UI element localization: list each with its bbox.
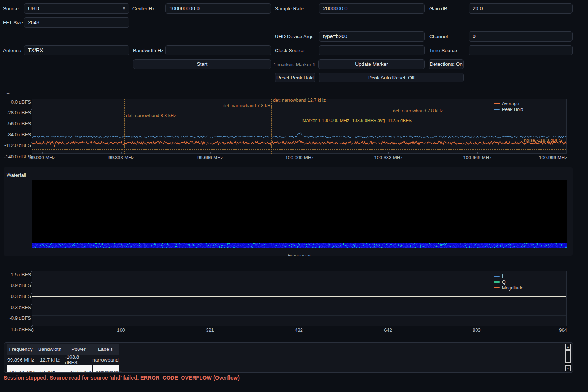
average-trace <box>32 140 567 147</box>
spectrum-x-tickmark <box>553 152 553 154</box>
iq-y-tick: 0.9 dBFS <box>0 283 31 288</box>
iq-x-tick: 964 <box>559 327 567 333</box>
iq-x-tickmark <box>388 325 388 326</box>
marker-line[interactable] <box>300 99 300 154</box>
legend-swatch-magnitude <box>494 287 500 288</box>
iq-x-tickmark <box>32 325 33 326</box>
table-cell[interactable]: 12.7 kHz <box>35 355 65 365</box>
table-header-bandwidth: Bandwidth <box>35 344 65 355</box>
spectrum-y-tick: -140.0 dBFS <box>0 154 31 160</box>
detections-toggle-button[interactable]: Detections: On <box>429 59 464 69</box>
spectrum-x-tick: 99.333 MHz <box>108 155 134 160</box>
antenna-input[interactable] <box>24 45 129 55</box>
spectrum-y-tickmark <box>31 99 32 99</box>
uhd-device-args-label: UHD Device Args <box>275 34 313 40</box>
iq-y-tick: -1.5 dBFS <box>0 327 31 332</box>
table-partial-cell-text: narrowband <box>96 370 122 373</box>
update-marker-button[interactable]: Update Marker <box>318 59 425 69</box>
table-cell[interactable]: -103.8 dBFS <box>65 355 92 365</box>
iq-plot[interactable]: IQMagnitude <box>32 271 567 326</box>
legend-swatch-i <box>494 276 500 277</box>
spectrum-x-tickmark <box>388 152 389 154</box>
iq-y-tickmark <box>31 282 32 283</box>
iq-x-tickmark <box>477 325 477 326</box>
spectrum-x-tickmark <box>42 152 43 154</box>
spectrum-gridline <box>32 132 566 132</box>
iq-y-tick: 1.5 dBFS <box>0 272 31 278</box>
iq-x-tickmark <box>563 325 563 326</box>
spectrum-gridline <box>32 110 566 110</box>
spectrum-y-tickmark <box>31 154 32 154</box>
clock-source-input[interactable] <box>319 45 425 55</box>
legend-label-i: I <box>502 273 503 279</box>
spectrum-x-tickmark <box>300 152 300 154</box>
waterfall-title: Waterfall <box>7 172 26 178</box>
detection-label: det: narrowband 12.7 kHz <box>273 98 326 103</box>
gain-db-label: Gain dB <box>429 6 447 12</box>
channel-input[interactable] <box>469 31 573 42</box>
iq-x-tick: 0 <box>31 327 33 333</box>
legend-swatch-average <box>494 103 500 104</box>
table-scroll-down-button[interactable]: ▼ <box>565 365 571 371</box>
spectrum-y-tickmark <box>31 142 32 143</box>
chevron-down-icon: ▼ <box>122 6 126 10</box>
spectrum-collapse-toggle[interactable]: – <box>7 90 9 96</box>
start-button[interactable]: Start <box>133 59 271 69</box>
legend-swatch-q <box>494 281 500 283</box>
gain-db-input[interactable] <box>469 3 573 14</box>
spectrum-gridline <box>32 121 566 121</box>
iq-collapse-toggle[interactable]: – <box>7 263 9 269</box>
center-hz-input[interactable] <box>165 3 271 14</box>
spectrum-x-tick: 100.000 MHz <box>285 155 313 160</box>
sdr-app: Source UHD ▼ Center Hz Sample Rate Gain … <box>0 0 588 392</box>
source-select[interactable]: UHD ▼ <box>24 3 129 14</box>
spectrum-x-tick: 100.666 MHz <box>463 155 491 160</box>
table-header-power: Power <box>65 344 92 355</box>
iq-y-tickmark <box>31 315 32 315</box>
iq-y-tickmark <box>31 271 32 272</box>
peak-auto-reset-button[interactable]: Peak Auto Reset: Off <box>319 73 464 82</box>
spectrum-plot[interactable]: noise -118.3 dBFS Marker 1 100.000 MHz -… <box>32 99 567 154</box>
legend-label-peak-hold: Peak Hold <box>502 107 523 112</box>
spectrum-x-tick: 99.000 MHz <box>29 155 55 160</box>
detection-line <box>271 99 272 154</box>
detections-table-panel: ▲ ▼ FrequencyBandwidthPowerLabels99.896 … <box>4 342 573 373</box>
table-cell[interactable]: narrowband <box>92 355 119 365</box>
legend-swatch-peak-hold <box>494 109 500 110</box>
iq-y-tick: 0.3 dBFS <box>0 294 31 299</box>
spectrum-y-tick: -28.0 dBFS <box>0 110 31 116</box>
waterfall-xaxis-label: Frequency <box>288 253 310 256</box>
spectrum-x-tick: 99.666 MHz <box>197 155 223 160</box>
iq-x-tick: 642 <box>384 327 392 333</box>
table-cell[interactable]: 99.896 MHz <box>7 355 35 365</box>
iq-flat-trace <box>32 296 566 297</box>
spectrum-x-tickmark <box>210 152 211 154</box>
spectrum-y-tick: -84.0 dBFS <box>0 132 31 138</box>
iq-y-tick: -0.9 dBFS <box>0 315 31 321</box>
uhd-device-args-input[interactable] <box>319 31 425 42</box>
iq-y-tickmark <box>31 293 32 294</box>
iq-x-tick: 803 <box>473 327 481 333</box>
spectrum-y-tickmark <box>31 132 32 132</box>
table-scrollbar-thumb[interactable] <box>565 350 571 363</box>
clock-source-label: Clock Source <box>275 48 304 54</box>
spectrum-gridline <box>32 143 566 143</box>
time-source-input[interactable] <box>469 45 573 55</box>
table-scroll-up-button[interactable]: ▲ <box>565 344 571 350</box>
table-header-labels: Labels <box>92 344 119 355</box>
iq-gridline <box>32 294 566 294</box>
fft-size-label: FFT Size <box>3 20 23 26</box>
waterfall-display[interactable] <box>32 180 567 248</box>
iq-gridline <box>32 283 566 283</box>
time-source-label: Time Source <box>429 48 457 54</box>
iq-y-tick: -0.3 dBFS <box>0 305 31 310</box>
bandwidth-hz-input[interactable] <box>165 45 271 55</box>
detection-label: det: narrowband 7.8 kHz <box>393 108 443 114</box>
center-hz-label: Center Hz <box>132 6 155 12</box>
spectrum-y-tick: -112.0 dBFS <box>0 143 31 148</box>
iq-x-tickmark <box>299 325 299 326</box>
sample-rate-input[interactable] <box>319 3 425 14</box>
fft-size-input[interactable] <box>24 17 129 28</box>
spectrum-y-tickmark <box>31 121 32 121</box>
reset-peak-hold-button[interactable]: Reset Peak Hold <box>275 73 315 82</box>
